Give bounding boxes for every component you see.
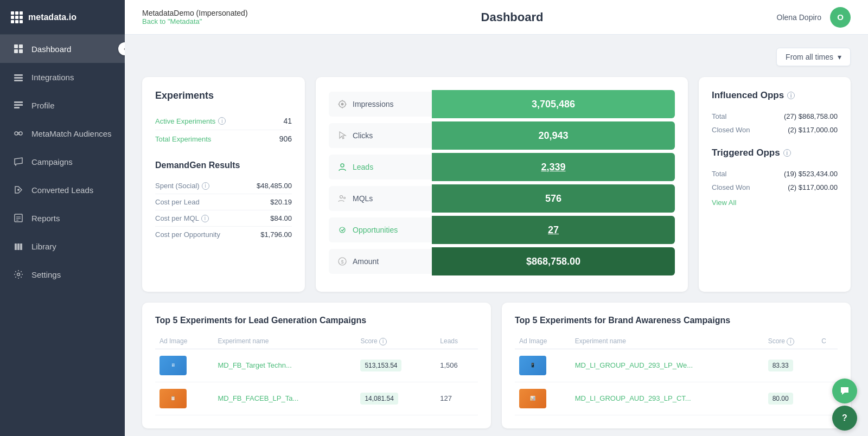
sidebar-item-metamatch[interactable]: MetaMatch Audiences: [0, 119, 125, 148]
amount-icon: $: [337, 257, 347, 266]
svg-point-26: [340, 196, 343, 198]
sidebar-collapse-button[interactable]: ‹: [118, 42, 125, 55]
influenced-closed-won-label: Closed Won: [712, 126, 750, 134]
sidebar-item-integrations[interactable]: Integrations: [0, 63, 125, 91]
influenced-total-label: Total: [712, 112, 726, 120]
svg-point-28: [340, 227, 345, 233]
cost-per-opp-value: $1,796.00: [260, 230, 292, 239]
lead-gen-table-card: Top 5 Experiments for Lead Generation Ca…: [142, 303, 491, 428]
page-title: Dashboard: [481, 10, 544, 24]
opps-label[interactable]: Opportunities: [329, 217, 432, 242]
sidebar-item-dashboard[interactable]: Dashboard ‹: [0, 35, 125, 63]
col-ad-image-b: Ad Image: [515, 334, 571, 349]
impressions-bar[interactable]: 3,705,486: [432, 90, 675, 118]
user-name: Olena Dopiro: [777, 13, 822, 22]
spent-info-icon[interactable]: i: [202, 182, 209, 190]
cost-per-lead-label: Cost per Lead: [155, 198, 200, 206]
sidebar-item-label: Integrations: [31, 73, 74, 82]
view-all-link[interactable]: View All: [712, 198, 736, 207]
opps-icon: [337, 225, 347, 235]
avatar[interactable]: O: [830, 7, 851, 28]
influenced-closed-won-row: Closed Won (2) $117,000.00: [712, 123, 838, 137]
experiment-name-b1[interactable]: MD_LI_GROUP_AUD_293_LP_We...: [571, 349, 764, 382]
opps-bar[interactable]: 27: [432, 216, 675, 244]
leads-bar[interactable]: 2,339: [432, 153, 675, 181]
sidebar-logo[interactable]: metadata.io: [0, 0, 125, 35]
svg-rect-3: [19, 49, 23, 53]
sidebar-item-campaigns[interactable]: Campaigns: [0, 148, 125, 176]
lead-gen-table: Ad Image Experiment name Score i Leads 🖥…: [155, 334, 478, 415]
amount-bar[interactable]: $868,758.00: [432, 247, 675, 275]
amount-label[interactable]: $ Amount: [329, 249, 432, 274]
triggered-closed-won-value: (2) $117,000.00: [788, 183, 838, 191]
cost-per-lead-row: Cost per Lead $20.19: [155, 194, 292, 210]
spent-row: Spent (Social) i $48,485.00: [155, 178, 292, 194]
score-b2: 80.00: [768, 393, 793, 405]
sidebar-item-label: Settings: [31, 270, 61, 279]
logo-text: metadata.io: [28, 12, 76, 22]
sidebar-item-label: Library: [31, 242, 56, 251]
experiment-name-1[interactable]: MD_FB_Target Techn...: [213, 349, 356, 382]
time-filter-button[interactable]: From all times ▾: [776, 48, 851, 66]
cost-per-lead-value: $20.19: [270, 198, 292, 206]
triggered-opps-info-icon[interactable]: i: [783, 149, 791, 157]
impressions-label[interactable]: Impressions: [329, 92, 432, 117]
chat-button[interactable]: [832, 379, 857, 403]
sidebar-item-label: Reports: [31, 214, 60, 223]
cost-per-opp-label: Cost per Opportunity: [155, 230, 220, 239]
svg-point-14: [17, 189, 20, 191]
campaigns-icon: [13, 156, 24, 167]
score-info-icon-b[interactable]: i: [787, 338, 794, 345]
mqls-label[interactable]: MQLs: [329, 186, 432, 211]
svg-rect-2: [14, 49, 18, 53]
cost-per-mql-row: Cost per MQL i $84.00: [155, 210, 292, 227]
impressions-label-text: Impressions: [353, 100, 393, 108]
total-experiments-label[interactable]: Total Experiments: [155, 135, 211, 143]
topbar: MetadataDemo (Impersonated) Back to "Met…: [125, 0, 868, 35]
clicks-label[interactable]: Clicks: [329, 123, 432, 148]
cost-per-mql-label: Cost per MQL i: [155, 214, 209, 222]
sidebar: metadata.io Dashboard ‹ Integrations: [0, 0, 125, 436]
content-area: From all times ▾ Experiments Active Expe…: [125, 35, 868, 436]
cost-per-mql-info-icon[interactable]: i: [201, 215, 209, 222]
content-header: From all times ▾: [142, 48, 851, 66]
leads-2: 127: [436, 382, 478, 415]
active-experiments-info-icon[interactable]: i: [218, 117, 226, 125]
table-row: 📊 MD_LI_GROUP_AUD_293_LP_CT... 80.00: [515, 382, 838, 415]
sidebar-item-converted-leads[interactable]: Converted Leads: [0, 176, 125, 204]
svg-rect-15: [15, 214, 22, 222]
col-score-b: Score i: [764, 334, 818, 349]
experiment-name-b2[interactable]: MD_LI_GROUP_AUD_293_LP_CT...: [571, 382, 764, 415]
svg-text:?: ?: [842, 413, 847, 422]
sidebar-item-library[interactable]: Library: [0, 232, 125, 260]
sidebar-item-settings[interactable]: Settings: [0, 260, 125, 288]
funnel-opps-row: Opportunities 27: [329, 216, 675, 244]
influenced-total-row: Total (27) $868,758.00: [712, 110, 838, 123]
experiment-name-2[interactable]: MD_FB_FACEB_LP_Ta...: [213, 382, 356, 415]
brand-table: Ad Image Experiment name Score i C 📱 MD_…: [515, 334, 838, 415]
svg-rect-5: [14, 77, 23, 79]
cost-per-opp-row: Cost per Opportunity $1,796.00: [155, 227, 292, 242]
clicks-icon: [337, 131, 347, 140]
score-b1: 83.33: [768, 360, 793, 371]
score-info-icon[interactable]: i: [379, 338, 387, 345]
back-link[interactable]: Back to "Metadata": [142, 17, 248, 25]
mqls-bar[interactable]: 576: [432, 184, 675, 213]
leads-label[interactable]: Leads: [329, 155, 432, 179]
table-row: 📋 MD_FB_FACEB_LP_Ta... 14,081.54 127: [155, 382, 478, 415]
experiments-stats: Active Experiments i 41 Total Experiment…: [155, 112, 292, 148]
help-button[interactable]: ?: [832, 406, 857, 431]
sidebar-item-label: Dashboard: [31, 44, 71, 54]
table-row: 📱 MD_LI_GROUP_AUD_293_LP_We... 83.33: [515, 349, 838, 382]
clicks-bar[interactable]: 20,943: [432, 121, 675, 150]
profile-icon: [13, 100, 24, 111]
active-experiments-label[interactable]: Active Experiments i: [155, 117, 226, 125]
svg-rect-7: [14, 101, 23, 103]
influenced-opps-info-icon[interactable]: i: [787, 92, 795, 99]
dashboard-icon: [13, 43, 24, 54]
sidebar-item-reports[interactable]: Reports: [0, 204, 125, 232]
sidebar-item-profile[interactable]: Profile: [0, 91, 125, 119]
triggered-opps-section: Triggered Opps i Total (19) $523,434.00 …: [712, 148, 838, 207]
svg-point-24: [341, 103, 344, 106]
triggered-closed-won-row: Closed Won (2) $117,000.00: [712, 181, 838, 194]
